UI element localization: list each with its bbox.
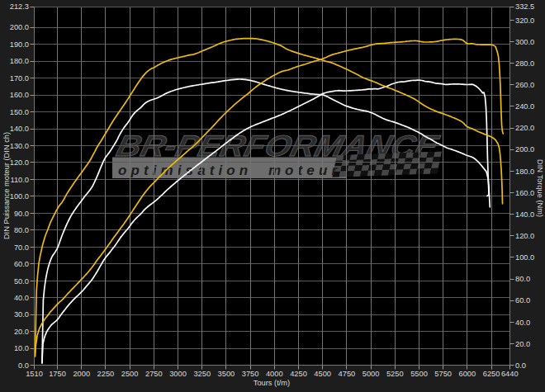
svg-text:2250: 2250 bbox=[97, 370, 115, 378]
svg-text:20.0: 20.0 bbox=[515, 340, 530, 348]
svg-text:1750: 1750 bbox=[49, 370, 66, 378]
svg-text:6000: 6000 bbox=[459, 370, 476, 378]
svg-text:170.0: 170.0 bbox=[10, 74, 29, 83]
svg-text:0.0: 0.0 bbox=[515, 361, 526, 370]
svg-text:140.0: 140.0 bbox=[10, 125, 29, 133]
svg-text:212.3: 212.3 bbox=[10, 2, 29, 11]
svg-text:332.5: 332.5 bbox=[515, 2, 534, 11]
svg-text:5000: 5000 bbox=[363, 370, 380, 378]
svg-text:30.0: 30.0 bbox=[14, 310, 29, 319]
svg-text:60.0: 60.0 bbox=[515, 296, 530, 305]
svg-text:0.0: 0.0 bbox=[18, 361, 29, 370]
svg-text:100.0: 100.0 bbox=[515, 253, 534, 262]
svg-text:240.0: 240.0 bbox=[515, 102, 534, 111]
svg-text:40.0: 40.0 bbox=[14, 294, 29, 302]
svg-text:1510: 1510 bbox=[26, 370, 43, 378]
svg-text:320.0: 320.0 bbox=[515, 17, 534, 25]
svg-text:300.0: 300.0 bbox=[515, 38, 534, 46]
svg-text:50.0: 50.0 bbox=[14, 277, 29, 286]
svg-text:4500: 4500 bbox=[314, 370, 331, 378]
svg-text:2500: 2500 bbox=[121, 370, 139, 378]
svg-text:280.0: 280.0 bbox=[515, 59, 534, 68]
svg-text:DIN Torque (Nm): DIN Torque (Nm) bbox=[536, 159, 544, 217]
svg-text:3000: 3000 bbox=[169, 370, 187, 378]
svg-text:2000: 2000 bbox=[73, 370, 90, 378]
svg-text:150.0: 150.0 bbox=[10, 108, 29, 116]
svg-text:80.0: 80.0 bbox=[515, 275, 530, 283]
svg-text:200.0: 200.0 bbox=[515, 145, 534, 153]
svg-text:2750: 2750 bbox=[145, 370, 163, 378]
svg-text:DIN Puissance moteur (DIN ch): DIN Puissance moteur (DIN ch) bbox=[2, 132, 11, 239]
svg-text:5500: 5500 bbox=[410, 370, 428, 378]
svg-text:200.0: 200.0 bbox=[10, 23, 29, 31]
svg-text:160.0: 160.0 bbox=[10, 91, 29, 99]
svg-text:180.0: 180.0 bbox=[515, 168, 534, 176]
svg-text:3250: 3250 bbox=[193, 370, 211, 378]
svg-text:4250: 4250 bbox=[290, 370, 307, 378]
svg-text:70.0: 70.0 bbox=[14, 243, 29, 252]
svg-text:20.0: 20.0 bbox=[14, 328, 29, 336]
svg-text:140.0: 140.0 bbox=[515, 210, 534, 219]
svg-text:40.0: 40.0 bbox=[515, 319, 530, 327]
svg-text:160.0: 160.0 bbox=[515, 189, 534, 197]
svg-text:80.0: 80.0 bbox=[14, 226, 29, 234]
svg-text:optimisation moteur: optimisation moteur bbox=[118, 163, 341, 178]
svg-text:6250: 6250 bbox=[483, 370, 500, 378]
svg-text:190.0: 190.0 bbox=[10, 40, 29, 49]
svg-text:120.0: 120.0 bbox=[10, 158, 29, 167]
svg-text:90.0: 90.0 bbox=[14, 210, 29, 218]
svg-text:Tours (t/m): Tours (t/m) bbox=[254, 379, 290, 387]
svg-text:5750: 5750 bbox=[434, 370, 452, 378]
svg-text:220.0: 220.0 bbox=[515, 124, 534, 132]
svg-text:110.0: 110.0 bbox=[10, 176, 29, 184]
svg-text:260.0: 260.0 bbox=[515, 81, 534, 89]
svg-text:60.0: 60.0 bbox=[14, 260, 29, 268]
svg-text:120.0: 120.0 bbox=[515, 232, 534, 240]
svg-text:4000: 4000 bbox=[266, 370, 283, 378]
svg-text:3500: 3500 bbox=[218, 370, 235, 378]
svg-text:180.0: 180.0 bbox=[10, 57, 29, 65]
svg-text:130.0: 130.0 bbox=[10, 142, 29, 150]
svg-text:10.0: 10.0 bbox=[14, 344, 29, 352]
svg-text:100.0: 100.0 bbox=[10, 192, 29, 201]
svg-text:6440: 6440 bbox=[501, 370, 519, 378]
svg-text:3750: 3750 bbox=[242, 370, 259, 378]
svg-text:4750: 4750 bbox=[339, 370, 356, 378]
svg-text:5250: 5250 bbox=[386, 370, 404, 378]
